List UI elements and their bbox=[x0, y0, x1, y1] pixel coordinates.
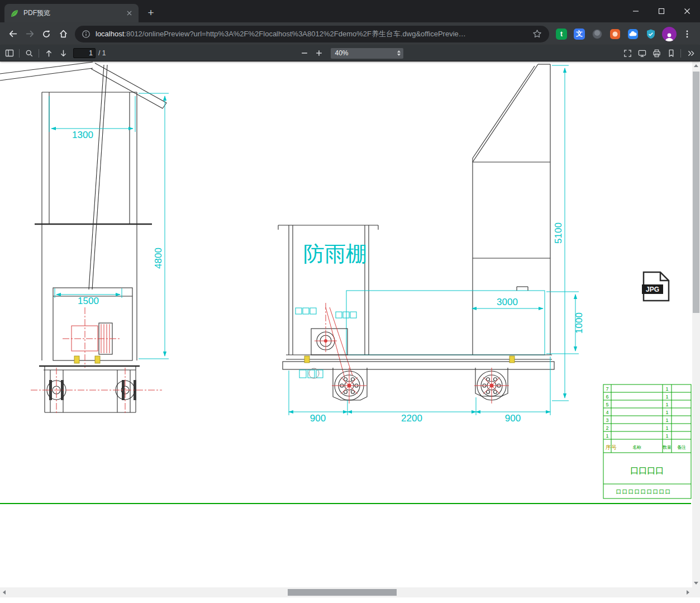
scroll-right-arrow[interactable] bbox=[687, 590, 689, 595]
reload-icon bbox=[42, 30, 51, 39]
bom-seq: 6 bbox=[606, 394, 608, 400]
page-count-label: / 1 bbox=[98, 49, 106, 57]
extension-shield-button[interactable] bbox=[643, 26, 659, 42]
dim-1500: 1500 bbox=[78, 296, 99, 306]
presentation-mode-button[interactable] bbox=[635, 46, 649, 60]
zoom-in-button[interactable] bbox=[312, 46, 326, 60]
sphere-icon bbox=[592, 29, 603, 40]
close-window-button[interactable] bbox=[674, 0, 700, 22]
bom-seq: 5 bbox=[606, 402, 608, 407]
browser-menu-button[interactable] bbox=[679, 26, 696, 42]
bom-qty: 1 bbox=[665, 417, 668, 423]
bom-seq: 1 bbox=[606, 433, 608, 439]
dim-900-right: 900 bbox=[505, 413, 521, 424]
jpg-file-icon: JPG bbox=[642, 272, 669, 301]
minimize-button[interactable] bbox=[623, 0, 649, 22]
zoom-out-button[interactable] bbox=[297, 46, 312, 60]
side-view: 防雨棚 bbox=[278, 64, 584, 424]
page-down-icon bbox=[59, 49, 68, 58]
bookmark-star-button[interactable] bbox=[529, 26, 545, 42]
zoom-controls: 40% bbox=[297, 46, 403, 60]
titleblock-footer: 口口口口口口口口口 bbox=[616, 488, 672, 495]
horizontal-scrollbar[interactable] bbox=[0, 587, 692, 597]
presentation-icon bbox=[638, 49, 646, 58]
reload-button[interactable] bbox=[38, 26, 55, 42]
home-button[interactable] bbox=[55, 26, 72, 42]
url-host: localhost bbox=[96, 30, 124, 38]
title-block: 7 1 6 1 5 1 4 1 3 1 2 1 1 1 序号 名称 数量 备注 … bbox=[603, 384, 691, 498]
back-button[interactable] bbox=[4, 26, 21, 42]
search-icon bbox=[25, 49, 34, 58]
profile-avatar[interactable] bbox=[662, 27, 677, 41]
sidebar-toggle-icon bbox=[5, 49, 14, 58]
bom-header-qty: 数量 bbox=[663, 445, 672, 450]
vertical-scrollbar[interactable] bbox=[692, 61, 700, 587]
back-icon bbox=[8, 29, 18, 39]
print-icon bbox=[653, 49, 661, 58]
next-page-button[interactable] bbox=[56, 46, 70, 60]
extension-translate-button[interactable]: 文 bbox=[572, 26, 587, 42]
extension-sphere-button[interactable] bbox=[589, 26, 605, 42]
dim-3000: 3000 bbox=[497, 297, 518, 307]
scrollbar-corner bbox=[692, 587, 700, 597]
navigation-bar: localhost:8012/onlinePreview?url=http%3A… bbox=[0, 22, 700, 45]
scroll-down-arrow[interactable] bbox=[694, 582, 698, 585]
scroll-up-arrow[interactable] bbox=[694, 64, 698, 67]
address-bar[interactable]: localhost:8012/onlinePreview?url=http%3A… bbox=[75, 26, 549, 42]
bom-qty: 1 bbox=[665, 386, 668, 392]
bom-qty: 1 bbox=[665, 433, 668, 439]
scroll-left-arrow[interactable] bbox=[3, 590, 6, 595]
bom-header-name: 名称 bbox=[632, 445, 641, 450]
cad-drawing: 1300 4800 1500 防雨棚 bbox=[0, 61, 692, 587]
minus-icon bbox=[301, 49, 308, 57]
more-tools-button[interactable] bbox=[683, 46, 698, 60]
vertical-scroll-thumb[interactable] bbox=[693, 72, 699, 313]
fullscreen-icon bbox=[623, 49, 632, 58]
tab-title: PDF预览 bbox=[23, 8, 124, 18]
zoom-level-value: 40% bbox=[335, 49, 349, 57]
extension-cloud-button[interactable] bbox=[625, 26, 641, 42]
dim-4800: 4800 bbox=[153, 248, 164, 269]
sidebar-toggle-button[interactable] bbox=[2, 46, 17, 60]
bom-seq: 7 bbox=[606, 386, 608, 392]
bom-header-seq: 序号 bbox=[606, 444, 617, 450]
tab-close-button[interactable] bbox=[124, 8, 134, 18]
toolbar-divider bbox=[39, 49, 39, 58]
front-view: 1300 4800 1500 bbox=[0, 62, 169, 414]
home-icon bbox=[59, 29, 68, 39]
zoom-level-select[interactable]: 40% bbox=[331, 48, 403, 59]
pdf-page-canvas[interactable]: 1300 4800 1500 防雨棚 bbox=[0, 61, 692, 587]
person-icon bbox=[664, 32, 674, 41]
page-number-input[interactable] bbox=[73, 48, 96, 58]
page-up-icon bbox=[45, 49, 53, 58]
star-icon bbox=[532, 29, 542, 39]
extension-t-button[interactable]: t bbox=[554, 26, 569, 42]
previous-page-button[interactable] bbox=[41, 46, 56, 60]
forward-button[interactable] bbox=[21, 26, 38, 42]
print-button[interactable] bbox=[649, 46, 664, 60]
translate-icon: 文 bbox=[574, 29, 585, 40]
pdf-toolbar-right bbox=[620, 46, 698, 60]
maximize-button[interactable] bbox=[649, 0, 674, 22]
bookmark-button[interactable] bbox=[664, 46, 678, 60]
extension-orange-button[interactable] bbox=[607, 26, 623, 42]
dim-2200: 2200 bbox=[401, 413, 422, 424]
double-chevron-icon bbox=[687, 49, 695, 58]
t-extension-icon: t bbox=[556, 29, 567, 40]
bom-header-note: 备注 bbox=[677, 445, 686, 450]
fullscreen-button[interactable] bbox=[620, 46, 635, 60]
toolbar-divider bbox=[19, 49, 20, 58]
horizontal-scroll-thumb[interactable] bbox=[288, 589, 397, 596]
find-button[interactable] bbox=[22, 46, 36, 60]
titleblock-title: 口口口口 bbox=[630, 466, 664, 475]
page-info-icon[interactable] bbox=[82, 30, 91, 39]
bom-qty: 1 bbox=[665, 394, 668, 400]
url-path: :8012/onlinePreview?url=http%3A%2F%2Floc… bbox=[124, 30, 465, 38]
bom-seq: 3 bbox=[606, 417, 608, 423]
cloud-icon bbox=[627, 29, 639, 40]
kebab-menu-icon bbox=[683, 30, 692, 39]
new-tab-button[interactable]: + bbox=[143, 5, 159, 21]
bookmark-icon bbox=[667, 49, 675, 58]
browser-tab[interactable]: PDF预览 bbox=[4, 4, 139, 22]
bom-qty: 1 bbox=[665, 425, 668, 431]
